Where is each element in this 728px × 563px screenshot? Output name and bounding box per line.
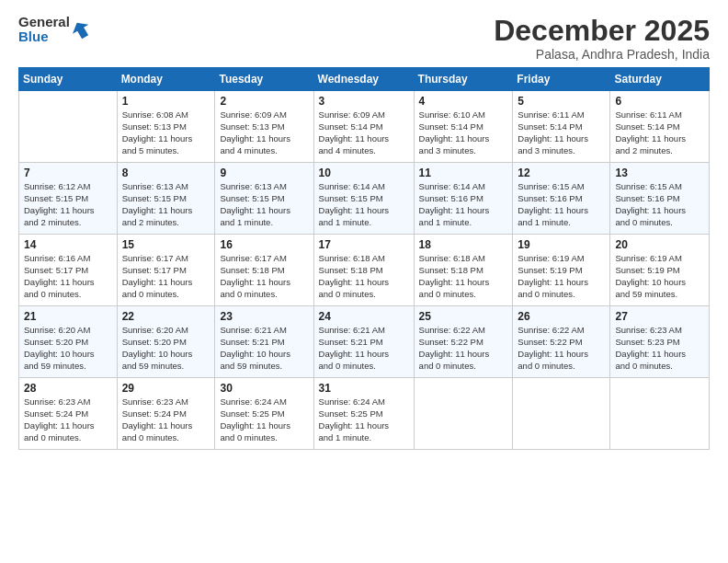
- table-row: 24Sunrise: 6:21 AM Sunset: 5:21 PM Dayli…: [313, 306, 414, 378]
- table-row: 6Sunrise: 6:11 AM Sunset: 5:14 PM Daylig…: [610, 91, 710, 163]
- table-row: 16Sunrise: 6:17 AM Sunset: 5:18 PM Dayli…: [215, 235, 313, 306]
- table-row: 11Sunrise: 6:14 AM Sunset: 5:16 PM Dayli…: [414, 163, 513, 235]
- table-row: 9Sunrise: 6:13 AM Sunset: 5:15 PM Daylig…: [215, 163, 313, 235]
- table-row: [19, 91, 118, 163]
- day-info: Sunrise: 6:18 AM Sunset: 5:18 PM Dayligh…: [319, 253, 409, 300]
- day-info: Sunrise: 6:12 AM Sunset: 5:15 PM Dayligh…: [24, 181, 112, 228]
- day-info: Sunrise: 6:10 AM Sunset: 5:14 PM Dayligh…: [419, 109, 508, 156]
- day-number: 15: [122, 238, 210, 251]
- day-number: 1: [122, 95, 210, 108]
- day-number: 27: [615, 310, 704, 323]
- day-info: Sunrise: 6:15 AM Sunset: 5:16 PM Dayligh…: [518, 181, 605, 228]
- day-info: Sunrise: 6:09 AM Sunset: 5:14 PM Dayligh…: [319, 109, 409, 156]
- day-info: Sunrise: 6:13 AM Sunset: 5:15 PM Dayligh…: [122, 181, 210, 228]
- day-info: Sunrise: 6:08 AM Sunset: 5:13 PM Dayligh…: [122, 109, 210, 156]
- logo: General Blue: [18, 15, 92, 44]
- table-row: 22Sunrise: 6:20 AM Sunset: 5:20 PM Dayli…: [117, 306, 215, 378]
- table-row: 14Sunrise: 6:16 AM Sunset: 5:17 PM Dayli…: [19, 235, 118, 306]
- day-info: Sunrise: 6:20 AM Sunset: 5:20 PM Dayligh…: [122, 325, 210, 372]
- svg-marker-0: [72, 19, 92, 40]
- table-row: 2Sunrise: 6:09 AM Sunset: 5:13 PM Daylig…: [215, 91, 313, 163]
- logo-blue: Blue: [18, 29, 70, 44]
- day-info: Sunrise: 6:19 AM Sunset: 5:19 PM Dayligh…: [518, 253, 605, 300]
- day-number: 19: [518, 238, 605, 251]
- table-row: 19Sunrise: 6:19 AM Sunset: 5:19 PM Dayli…: [513, 235, 610, 306]
- table-row: 4Sunrise: 6:10 AM Sunset: 5:14 PM Daylig…: [414, 91, 513, 163]
- day-number: 26: [518, 310, 605, 323]
- day-info: Sunrise: 6:21 AM Sunset: 5:21 PM Dayligh…: [319, 325, 409, 372]
- day-number: 5: [518, 95, 605, 108]
- day-number: 22: [122, 310, 210, 323]
- table-row: 15Sunrise: 6:17 AM Sunset: 5:17 PM Dayli…: [117, 235, 215, 306]
- day-number: 25: [419, 310, 508, 323]
- day-number: 23: [220, 310, 308, 323]
- col-saturday: Saturday: [610, 68, 710, 91]
- day-number: 30: [220, 382, 308, 395]
- logo-general: General: [18, 15, 70, 29]
- table-row: 27Sunrise: 6:23 AM Sunset: 5:23 PM Dayli…: [610, 306, 710, 378]
- day-number: 21: [24, 310, 112, 323]
- table-row: 29Sunrise: 6:23 AM Sunset: 5:24 PM Dayli…: [117, 378, 215, 450]
- day-info: Sunrise: 6:16 AM Sunset: 5:17 PM Dayligh…: [24, 253, 112, 300]
- table-row: 28Sunrise: 6:23 AM Sunset: 5:24 PM Dayli…: [19, 378, 118, 450]
- day-number: 12: [518, 167, 605, 179]
- day-info: Sunrise: 6:22 AM Sunset: 5:22 PM Dayligh…: [518, 325, 605, 372]
- table-row: 7Sunrise: 6:12 AM Sunset: 5:15 PM Daylig…: [19, 163, 118, 235]
- calendar-row: 21Sunrise: 6:20 AM Sunset: 5:20 PM Dayli…: [19, 306, 710, 378]
- day-number: 6: [615, 95, 704, 108]
- day-number: 13: [615, 167, 704, 179]
- day-info: Sunrise: 6:22 AM Sunset: 5:22 PM Dayligh…: [419, 325, 508, 372]
- table-row: 10Sunrise: 6:14 AM Sunset: 5:15 PM Dayli…: [313, 163, 414, 235]
- table-row: 1Sunrise: 6:08 AM Sunset: 5:13 PM Daylig…: [117, 91, 215, 163]
- table-row: [513, 378, 610, 450]
- day-number: 31: [319, 382, 409, 395]
- table-row: 21Sunrise: 6:20 AM Sunset: 5:20 PM Dayli…: [19, 306, 118, 378]
- day-info: Sunrise: 6:11 AM Sunset: 5:14 PM Dayligh…: [615, 109, 704, 156]
- day-info: Sunrise: 6:11 AM Sunset: 5:14 PM Dayligh…: [518, 109, 605, 156]
- table-row: 17Sunrise: 6:18 AM Sunset: 5:18 PM Dayli…: [313, 235, 414, 306]
- page: General Blue December 2025 Palasa, Andhr…: [0, 0, 728, 563]
- col-friday: Friday: [513, 68, 610, 91]
- day-info: Sunrise: 6:17 AM Sunset: 5:17 PM Dayligh…: [122, 253, 210, 300]
- day-number: 9: [220, 167, 308, 179]
- day-number: 8: [122, 167, 210, 179]
- day-number: 4: [419, 95, 508, 108]
- calendar-row: 28Sunrise: 6:23 AM Sunset: 5:24 PM Dayli…: [19, 378, 710, 450]
- calendar-row: 7Sunrise: 6:12 AM Sunset: 5:15 PM Daylig…: [19, 163, 710, 235]
- day-info: Sunrise: 6:14 AM Sunset: 5:16 PM Dayligh…: [419, 181, 508, 228]
- table-row: [610, 378, 710, 450]
- day-info: Sunrise: 6:14 AM Sunset: 5:15 PM Dayligh…: [319, 181, 409, 228]
- day-number: 18: [419, 238, 508, 251]
- table-row: 30Sunrise: 6:24 AM Sunset: 5:25 PM Dayli…: [215, 378, 313, 450]
- day-info: Sunrise: 6:20 AM Sunset: 5:20 PM Dayligh…: [24, 325, 112, 372]
- col-thursday: Thursday: [414, 68, 513, 91]
- month-title: December 2025: [494, 15, 710, 47]
- location: Palasa, Andhra Pradesh, India: [494, 47, 710, 62]
- table-row: 12Sunrise: 6:15 AM Sunset: 5:16 PM Dayli…: [513, 163, 610, 235]
- day-info: Sunrise: 6:24 AM Sunset: 5:25 PM Dayligh…: [319, 396, 409, 443]
- table-row: 18Sunrise: 6:18 AM Sunset: 5:18 PM Dayli…: [414, 235, 513, 306]
- table-row: 3Sunrise: 6:09 AM Sunset: 5:14 PM Daylig…: [313, 91, 414, 163]
- calendar-table: Sunday Monday Tuesday Wednesday Thursday…: [18, 67, 710, 450]
- header: General Blue December 2025 Palasa, Andhr…: [18, 15, 710, 62]
- table-row: [414, 378, 513, 450]
- col-tuesday: Tuesday: [215, 68, 313, 91]
- logo-text: General Blue: [18, 15, 92, 44]
- table-row: 26Sunrise: 6:22 AM Sunset: 5:22 PM Dayli…: [513, 306, 610, 378]
- logo-arrow-icon: [72, 19, 92, 40]
- day-info: Sunrise: 6:19 AM Sunset: 5:19 PM Dayligh…: [615, 253, 704, 300]
- day-number: 10: [319, 167, 409, 179]
- day-number: 28: [24, 382, 112, 395]
- table-row: 20Sunrise: 6:19 AM Sunset: 5:19 PM Dayli…: [610, 235, 710, 306]
- day-number: 2: [220, 95, 308, 108]
- day-number: 14: [24, 238, 112, 251]
- day-info: Sunrise: 6:17 AM Sunset: 5:18 PM Dayligh…: [220, 253, 308, 300]
- day-number: 24: [319, 310, 409, 323]
- table-row: 13Sunrise: 6:15 AM Sunset: 5:16 PM Dayli…: [610, 163, 710, 235]
- day-info: Sunrise: 6:23 AM Sunset: 5:24 PM Dayligh…: [24, 396, 112, 443]
- col-wednesday: Wednesday: [313, 68, 414, 91]
- day-number: 3: [319, 95, 409, 108]
- day-number: 11: [419, 167, 508, 179]
- table-row: 25Sunrise: 6:22 AM Sunset: 5:22 PM Dayli…: [414, 306, 513, 378]
- day-info: Sunrise: 6:09 AM Sunset: 5:13 PM Dayligh…: [220, 109, 308, 156]
